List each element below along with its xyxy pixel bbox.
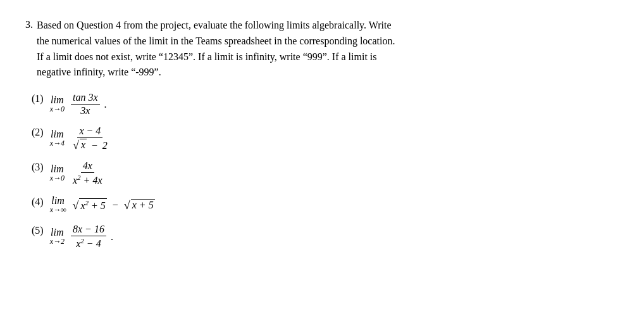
fraction-1: tan 3x 3x [71,92,100,117]
lim-1: lim x→0 [50,94,65,114]
lim-5: lim x→2 [50,227,65,246]
part-5-math: lim x→2 8x − 16 x2 − 4 . [50,224,113,250]
fraction-3: 4x x2 + 4x [71,160,104,186]
part-1: (1) lim x→0 tan 3x 3x . [32,92,619,117]
part-1-math: lim x→0 tan 3x 3x . [50,92,107,117]
main-content: 3. Based on Question 4 from the project,… [25,18,619,258]
part-3-math: lim x→0 4x x2 + 4x [50,160,106,186]
part-5-label: (5) [32,224,44,236]
part-3-label: (3) [32,160,44,173]
part-4-math: lim x→∞ √x2 + 5 − √x + 5 [50,195,156,215]
part-4-label: (4) [32,195,44,208]
part-2-label: (2) [32,125,44,138]
part-2: (2) lim x→4 x − 4 √x − 2 [32,125,619,151]
part-2-math: lim x→4 x − 4 √x − 2 [50,125,111,151]
lim-3: lim x→0 [50,163,65,183]
part-5: (5) lim x→2 8x − 16 x2 − 4 . [32,224,619,250]
fraction-2: x − 4 √x − 2 [71,125,109,151]
question-number: 3. [25,18,33,30]
fraction-5: 8x − 16 x2 − 4 [71,224,106,250]
parts-list: (1) lim x→0 tan 3x 3x . (2) lim x→4 [25,92,619,250]
part-1-label: (1) [32,92,44,105]
lim-2: lim x→4 [50,129,65,148]
part-3: (3) lim x→0 4x x2 + 4x [32,160,619,186]
question-text: Based on Question 4 from the project, ev… [37,18,395,80]
part-4: (4) lim x→∞ √x2 + 5 − √x + 5 [32,195,619,215]
lim-4: lim x→∞ [50,195,66,215]
question-block: 3. Based on Question 4 from the project,… [25,18,619,80]
